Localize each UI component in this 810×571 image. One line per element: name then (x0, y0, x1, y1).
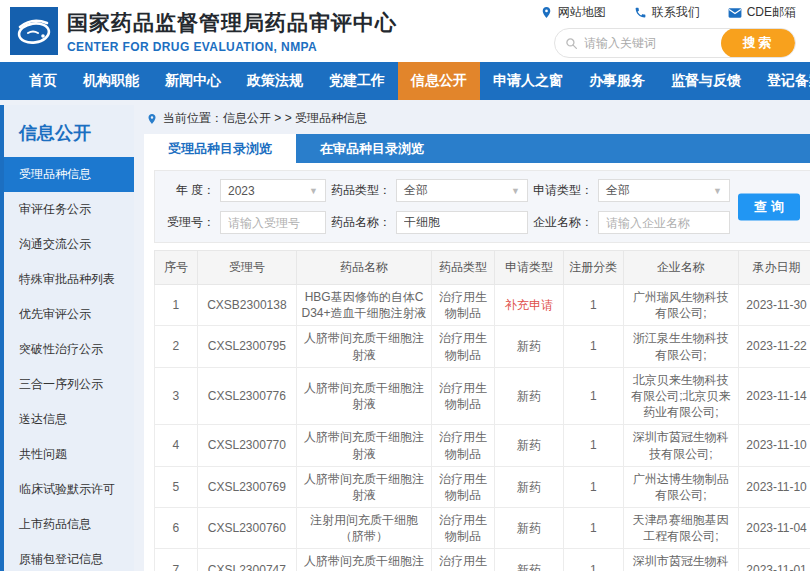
main-nav: 首页机构职能新闻中心政策法规党建工作信息公开申请人之窗办事服务监督与反馈登记备案… (0, 62, 810, 100)
sidebar-item-3[interactable]: 特殊审批品种列表 (4, 262, 134, 297)
cell-date: 2023-11-22 (739, 326, 810, 367)
company-label: 企业名称： (533, 214, 593, 231)
map-pin-icon (540, 6, 553, 19)
company-input[interactable] (598, 211, 730, 234)
sidebar-item-1[interactable]: 审评任务公示 (4, 192, 134, 227)
cell-acceptance-no: CXSL2300760 (197, 508, 296, 549)
nav-item-9[interactable]: 登记备案平台 (754, 62, 810, 100)
nav-item-5[interactable]: 信息公开 (398, 62, 480, 100)
cell-company: 深圳市茵冠生物科技有限公司; (623, 425, 739, 466)
col-header-drug-name: 药品名称 (296, 251, 431, 285)
site-title: 国家药品监督管理局药品审评中心 (67, 9, 397, 37)
cell-seq: 1 (155, 285, 198, 326)
search-input[interactable] (578, 36, 721, 50)
brand: 国家药品监督管理局药品审评中心 CENTER FOR DRUG EVALUATI… (10, 7, 397, 55)
site-search: 搜索 (554, 28, 796, 58)
nav-item-7[interactable]: 办事服务 (576, 62, 658, 100)
cell-company: 广州瑞风生物科技有限公司; (623, 285, 739, 326)
contact-link[interactable]: 联系我们 (634, 4, 700, 21)
cell-company: 北京贝来生物科技有限公司;北京贝来药业有限公司; (623, 367, 739, 425)
search-button[interactable]: 搜索 (721, 28, 795, 58)
site-subtitle: CENTER FOR DRUG EVALUATION, NMPA (67, 40, 397, 54)
acceptance-no-input[interactable] (220, 211, 326, 234)
apply-type-select[interactable]: 全部 ▼ (598, 179, 730, 202)
cell-apply-type: 补充申请 (494, 285, 563, 326)
chevron-down-icon: ▼ (511, 186, 520, 196)
cell-date: 2023-11-01 (739, 549, 810, 571)
nav-item-0[interactable]: 首页 (16, 62, 70, 100)
year-value: 2023 (228, 184, 255, 198)
table-row[interactable]: 4CXSL2300770人脐带间充质干细胞注射液治疗用生物制品新药1深圳市茵冠生… (155, 425, 810, 466)
cell-drug-name: 人脐带间充质干细胞注射液 (296, 466, 431, 507)
cell-drug-name: 人脐带间充质干细胞注射液 (296, 425, 431, 466)
mail-icon (728, 7, 742, 19)
cell-apply-type: 新药 (494, 425, 563, 466)
nav-item-6[interactable]: 申请人之窗 (480, 62, 576, 100)
acceptance-no-label: 受理号： (163, 214, 215, 231)
cell-date: 2023-11-04 (739, 508, 810, 549)
nav-item-1[interactable]: 机构职能 (70, 62, 152, 100)
sidebar-item-7[interactable]: 送达信息 (4, 402, 134, 437)
table-row[interactable]: 6CXSL2300760注射用间充质干细胞（脐带）治疗用生物制品新药1天津昂赛细… (155, 508, 810, 549)
year-label: 年 度： (163, 182, 215, 199)
table-row[interactable]: 5CXSL2300769人脐带间充质干细胞注射液治疗用生物制品新药1广州达博生物… (155, 466, 810, 507)
table-row[interactable]: 1CXSB2300138HBG基因修饰的自体CD34+造血干细胞注射液治疗用生物… (155, 285, 810, 326)
sidebar-item-4[interactable]: 优先审评公示 (4, 297, 134, 332)
cell-company: 浙江泉生生物科技有限公司; (623, 326, 739, 367)
table-row[interactable]: 7CXSL2300747人脐带间充质干细胞注射液治疗用生物制品新药1深圳市茵冠生… (155, 549, 810, 571)
sidebar-item-0[interactable]: 受理品种信息 (4, 157, 134, 192)
drug-type-label: 药品类型： (331, 182, 391, 199)
table-row[interactable]: 2CXSL2300795人脐带间充质干细胞注射液治疗用生物制品新药1浙江泉生生物… (155, 326, 810, 367)
phone-icon (634, 6, 647, 19)
nav-item-3[interactable]: 政策法规 (234, 62, 316, 100)
query-button[interactable]: 查询 (738, 193, 800, 220)
tab-bar: 受理品种目录浏览在审品种目录浏览 (144, 134, 810, 163)
sidebar-item-11[interactable]: 原辅包登记信息 (4, 542, 134, 571)
brand-titles: 国家药品监督管理局药品审评中心 CENTER FOR DRUG EVALUATI… (67, 9, 397, 54)
sidebar-item-8[interactable]: 共性问题 (4, 437, 134, 472)
col-header-acceptance-no: 受理号 (197, 251, 296, 285)
cell-reg-class: 1 (564, 285, 623, 326)
sidebar-item-5[interactable]: 突破性治疗公示 (4, 332, 134, 367)
sidebar-item-6[interactable]: 三合一序列公示 (4, 367, 134, 402)
cell-seq: 6 (155, 508, 198, 549)
tab-1[interactable]: 在审品种目录浏览 (296, 134, 448, 163)
col-header-drug-type: 药品类型 (432, 251, 495, 285)
drug-name-input[interactable] (396, 211, 528, 234)
cde-logo[interactable] (10, 7, 58, 55)
nav-item-4[interactable]: 党建工作 (316, 62, 398, 100)
cell-reg-class: 1 (564, 326, 623, 367)
sidebar-list: 受理品种信息审评任务公示沟通交流公示特殊审批品种列表优先审评公示突破性治疗公示三… (4, 157, 134, 571)
apply-type-value: 全部 (606, 182, 630, 199)
cell-drug-type: 治疗用生物制品 (432, 466, 495, 507)
nav-item-2[interactable]: 新闻中心 (152, 62, 234, 100)
drug-type-select[interactable]: 全部 ▼ (396, 179, 528, 202)
cell-date: 2023-11-30 (739, 285, 810, 326)
cell-acceptance-no: CXSL2300770 (197, 425, 296, 466)
col-header-reg-class: 注册分类 (564, 251, 623, 285)
col-header-date: 承办日期 (739, 251, 810, 285)
year-select[interactable]: 2023 ▼ (220, 179, 326, 202)
cell-company: 广州达博生物制品有限公司; (623, 466, 739, 507)
cell-company: 深圳市茵冠生物科技有限公司; (623, 549, 739, 571)
results-table: 序号受理号药品名称药品类型申请类型注册分类企业名称承办日期 1CXSB23001… (154, 250, 810, 571)
cde-mail-link[interactable]: CDE邮箱 (728, 4, 796, 21)
filter-box: 年 度： 2023 ▼ 药品类型： 全部 ▼ 申请类型： 全部 ▼ (154, 170, 810, 243)
main-content: 当前位置：信息公开 > > 受理品种信息 受理品种目录浏览在审品种目录浏览 年 … (144, 105, 810, 571)
cell-reg-class: 1 (564, 508, 623, 549)
tab-0[interactable]: 受理品种目录浏览 (144, 134, 296, 163)
cell-apply-type: 新药 (494, 508, 563, 549)
sidebar-item-2[interactable]: 沟通交流公示 (4, 227, 134, 262)
nav-item-8[interactable]: 监督与反馈 (658, 62, 754, 100)
sidebar-item-10[interactable]: 上市药品信息 (4, 507, 134, 542)
table-row[interactable]: 3CXSL2300776人脐带间充质干细胞注射液治疗用生物制品新药1北京贝来生物… (155, 367, 810, 425)
contact-label: 联系我们 (652, 4, 700, 21)
sidebar-item-9[interactable]: 临床试验默示许可 (4, 472, 134, 507)
cell-date: 2023-11-10 (739, 466, 810, 507)
cell-apply-type: 新药 (494, 466, 563, 507)
sitemap-link[interactable]: 网站地图 (540, 4, 606, 21)
header-right: 网站地图 联系我们 CDE邮箱 搜索 (540, 4, 796, 58)
breadcrumb: 当前位置：信息公开 > > 受理品种信息 (144, 105, 810, 134)
cde-logo-icon (12, 9, 56, 53)
cell-seq: 7 (155, 549, 198, 571)
